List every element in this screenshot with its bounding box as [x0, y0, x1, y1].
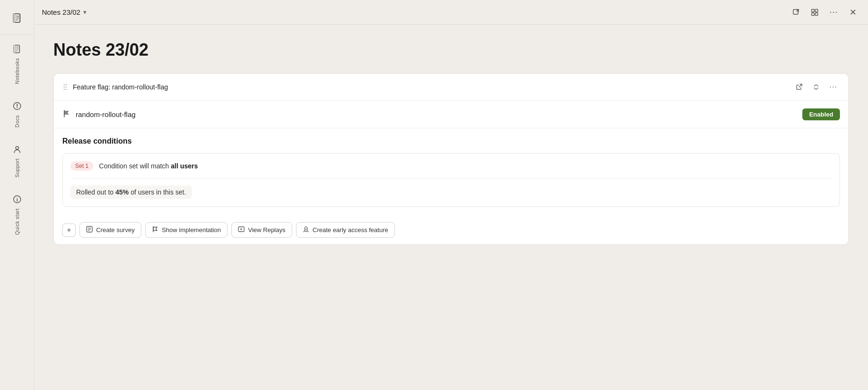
plus-icon: + [67, 226, 71, 234]
set-badge: Set 1 [70, 161, 93, 171]
condition-row: Set 1 Condition set will match all users [70, 161, 832, 171]
grid-view-button[interactable] [807, 5, 822, 20]
sidebar-item-quickstart[interactable]: i Quick start [10, 191, 24, 239]
rollout-text: Rolled out to 45% of users in this set. [70, 185, 192, 199]
condition-bold: all users [171, 162, 198, 170]
svg-rect-19 [815, 9, 818, 12]
sidebar-item-support[interactable]: Support [10, 141, 24, 181]
svg-point-13 [16, 146, 19, 149]
more-options-button[interactable]: ··· [826, 5, 841, 20]
release-conditions-section: Release conditions Set 1 Condition set w… [54, 128, 848, 207]
card-collapse-button[interactable] [809, 80, 823, 94]
svg-point-26 [64, 89, 65, 90]
svg-point-23 [66, 84, 67, 86]
svg-point-24 [64, 87, 65, 88]
topbar-chevron-icon: ▾ [83, 9, 87, 16]
add-block-button[interactable]: + [62, 224, 76, 237]
condition-text: Condition set will match all users [99, 162, 198, 170]
notebooks-icon-btn[interactable] [7, 8, 28, 29]
rollout-suffix: of users in this set. [129, 188, 187, 196]
view-replays-label: View Replays [248, 226, 286, 234]
sidebar-quickstart-label: Quick start [14, 208, 20, 235]
sidebar-item-docs[interactable]: Docs [10, 98, 24, 131]
create-early-access-button[interactable]: Create early access feature [296, 222, 395, 238]
replay-icon [238, 226, 245, 234]
svg-line-28 [799, 84, 802, 87]
rollout-percent: 45% [116, 188, 129, 196]
card-link-button[interactable] [792, 80, 806, 94]
svg-point-37 [306, 229, 306, 230]
sidebar-notebooks-label: Notebooks [14, 58, 20, 84]
condition-prefix: Condition set will match [99, 162, 171, 170]
svg-point-25 [66, 87, 67, 88]
feature-flag-card: Feature flag: random-rollout-flag [53, 73, 849, 245]
svg-rect-6 [14, 45, 16, 53]
svg-text:i: i [16, 196, 18, 202]
show-implementation-button[interactable]: Show implementation [145, 222, 227, 238]
sidebar-top [0, 4, 34, 35]
topbar-title-area: Notes 23/02 ▾ [42, 8, 87, 16]
rocket-icon [303, 226, 309, 234]
condition-box: Set 1 Condition set will match all users… [62, 153, 840, 207]
card-header-title: Feature flag: random-rollout-flag [73, 83, 792, 91]
close-button[interactable]: ✕ [845, 5, 860, 20]
main-area: Notes 23/02 ▾ ··· ✕ [34, 0, 868, 390]
sidebar-docs-label: Docs [14, 115, 20, 127]
card-header: Feature flag: random-rollout-flag [54, 74, 848, 101]
topbar-actions: ··· ✕ [788, 5, 860, 20]
topbar-title-text: Notes 23/02 [42, 8, 80, 16]
external-link-button[interactable] [788, 5, 803, 20]
page-title: Notes 23/02 [53, 40, 849, 60]
quickstart-nav-icon: i [12, 195, 22, 205]
flag-btn-icon [152, 226, 158, 234]
release-conditions-title: Release conditions [62, 137, 840, 146]
bottom-toolbar: + Create survey [54, 215, 848, 244]
flag-row: random-rollout-flag Enabled [54, 101, 848, 128]
svg-point-22 [64, 84, 65, 86]
svg-rect-20 [812, 13, 815, 16]
content-area: Notes 23/02 Feature flag: random-rollout… [34, 25, 868, 390]
show-implementation-label: Show implementation [162, 226, 221, 234]
condition-divider [70, 178, 832, 179]
flag-icon [62, 109, 71, 120]
svg-rect-1 [13, 14, 15, 22]
sidebar: Notebooks Docs Support [0, 0, 34, 390]
create-early-access-label: Create early access feature [313, 226, 388, 234]
support-nav-icon [12, 145, 22, 156]
enabled-badge: Enabled [802, 108, 840, 120]
sidebar-nav: Notebooks Docs Support [0, 35, 34, 244]
svg-marker-36 [241, 228, 243, 230]
sidebar-support-label: Support [14, 158, 20, 177]
create-survey-label: Create survey [96, 226, 135, 234]
card-header-actions: ··· [792, 80, 840, 94]
sidebar-item-notebooks[interactable]: Notebooks [10, 40, 24, 88]
card-more-button[interactable]: ··· [827, 80, 840, 94]
svg-rect-18 [812, 9, 815, 12]
topbar: Notes 23/02 ▾ ··· ✕ [34, 0, 868, 25]
svg-point-27 [66, 89, 67, 90]
view-replays-button[interactable]: View Replays [231, 222, 292, 238]
flag-name: random-rollout-flag [76, 110, 802, 118]
rollout-row: Rolled out to 45% of users in this set. [70, 185, 832, 199]
svg-point-12 [16, 107, 17, 108]
drag-handle-icon [62, 83, 68, 91]
notebooks-nav-icon [12, 44, 22, 55]
svg-rect-21 [815, 13, 818, 16]
create-survey-button[interactable]: Create survey [79, 222, 141, 238]
docs-nav-icon [12, 101, 22, 112]
rollout-prefix: Rolled out to [76, 188, 116, 196]
survey-icon [86, 226, 93, 234]
